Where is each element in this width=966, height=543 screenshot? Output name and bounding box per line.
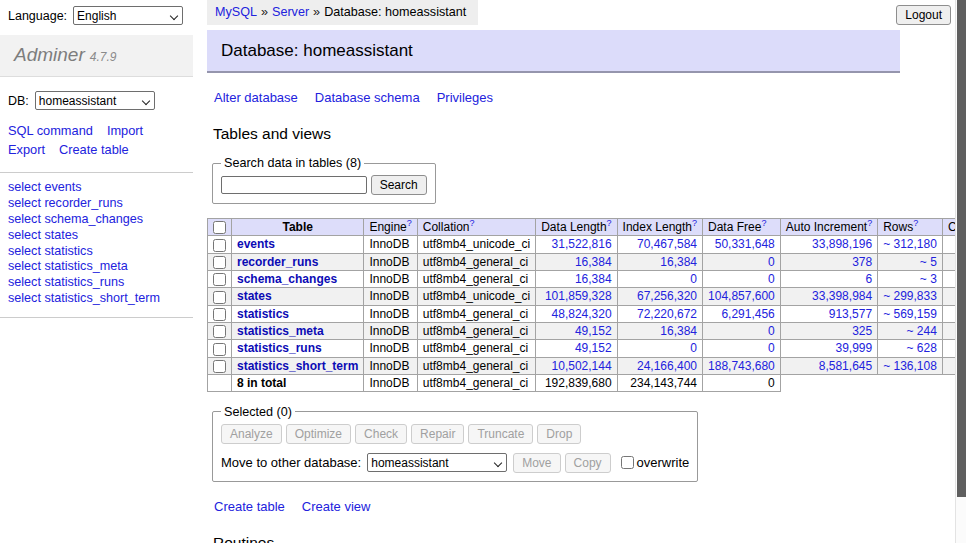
auto-increment-link[interactable]: 33,398,984 <box>812 289 872 303</box>
breadcrumb-link-mysql[interactable]: MySQL <box>215 5 257 19</box>
sidebar-item-select-statistics-short-term[interactable]: select statistics_short_term <box>8 291 185 307</box>
data-length-link[interactable]: 16,384 <box>575 272 612 286</box>
auto-increment-link[interactable]: 325 <box>852 324 872 338</box>
data-length-link[interactable]: 49,152 <box>575 341 612 355</box>
sidebar-item-select-recorder-runs[interactable]: select recorder_runs <box>8 196 185 212</box>
rows-link[interactable]: ~ 5 <box>920 255 937 269</box>
data-length-link[interactable]: 48,824,320 <box>552 307 612 321</box>
row-checkbox[interactable] <box>213 256 226 269</box>
breadcrumb-link-server[interactable]: Server <box>272 5 309 19</box>
index-length-link[interactable]: 0 <box>690 272 697 286</box>
row-checkbox[interactable] <box>213 308 226 321</box>
sidebar-item-select-statistics[interactable]: select statistics <box>8 244 185 260</box>
search-input[interactable] <box>221 176 367 194</box>
data-free-link[interactable]: 6,291,456 <box>721 307 774 321</box>
data-free-link[interactable]: 104,857,600 <box>708 289 775 303</box>
rows-link[interactable]: ~ 3 <box>920 272 937 286</box>
rows-link[interactable]: ~ 312,180 <box>883 237 937 251</box>
select-all-checkbox[interactable] <box>213 221 226 234</box>
data-free-link[interactable]: 0 <box>768 341 775 355</box>
action-privileges[interactable]: Privileges <box>437 90 493 105</box>
help-link[interactable]: ? <box>607 218 612 228</box>
row-checkbox[interactable] <box>213 291 226 304</box>
table-link-recorder-runs[interactable]: recorder_runs <box>237 255 318 269</box>
data-free-link[interactable]: 0 <box>768 324 775 338</box>
sidebar-link-sql-command[interactable]: SQL command <box>8 122 93 141</box>
data-length-link[interactable]: 101,859,328 <box>545 289 612 303</box>
index-length-link[interactable]: 0 <box>690 341 697 355</box>
auto-increment-link[interactable]: 39,999 <box>835 341 872 355</box>
rows-link[interactable]: ~ 244 <box>907 324 937 338</box>
table-link-statistics-runs[interactable]: statistics_runs <box>237 341 322 355</box>
data-free-link[interactable]: 50,331,648 <box>715 237 775 251</box>
data-length-link[interactable]: 16,384 <box>575 255 612 269</box>
auto-increment-link[interactable]: 913,577 <box>829 307 872 321</box>
index-length-link[interactable]: 70,467,584 <box>637 237 697 251</box>
drop-button[interactable]: Drop <box>537 424 581 444</box>
index-length-link[interactable]: 24,166,400 <box>637 359 697 373</box>
help-link[interactable]: ? <box>761 218 766 228</box>
db-select[interactable]: homeassistant <box>35 91 155 110</box>
action-database-schema[interactable]: Database schema <box>315 90 420 105</box>
analyze-button[interactable]: Analyze <box>221 424 282 444</box>
sidebar-item-select-events[interactable]: select events <box>8 180 185 196</box>
index-length-link[interactable]: 67,256,320 <box>637 289 697 303</box>
rows-link[interactable]: ~ 299,833 <box>883 289 937 303</box>
sidebar-link-create-table[interactable]: Create table <box>59 141 129 160</box>
sidebar-item-select-schema-changes[interactable]: select schema_changes <box>8 212 185 228</box>
help-link[interactable]: ? <box>469 218 474 228</box>
help-link[interactable]: ? <box>867 218 872 228</box>
scrollbar[interactable] <box>955 0 966 543</box>
table-link-statistics[interactable]: statistics <box>237 307 289 321</box>
table-link-schema-changes[interactable]: schema_changes <box>237 272 337 286</box>
check-button[interactable]: Check <box>355 424 407 444</box>
scrollbar-thumb[interactable] <box>957 0 966 497</box>
language-select[interactable]: English <box>73 6 183 25</box>
rows-link[interactable]: ~ 136,108 <box>883 359 937 373</box>
table-link-states[interactable]: states <box>237 289 272 303</box>
help-link[interactable]: ? <box>913 218 918 228</box>
sidebar-link-export[interactable]: Export <box>8 141 45 160</box>
auto-increment-link[interactable]: 6 <box>865 272 872 286</box>
optimize-button[interactable]: Optimize <box>286 424 351 444</box>
table-link-statistics-meta[interactable]: statistics_meta <box>237 324 324 338</box>
action-alter-database[interactable]: Alter database <box>214 90 298 105</box>
data-length-link[interactable]: 10,502,144 <box>552 359 612 373</box>
search-button[interactable]: Search <box>371 175 427 195</box>
table-link-statistics-short-term[interactable]: statistics_short_term <box>237 359 358 373</box>
row-checkbox[interactable] <box>213 325 226 338</box>
data-free-link[interactable]: 0 <box>768 272 775 286</box>
index-length-link[interactable]: 16,384 <box>660 324 697 338</box>
link-create-table[interactable]: Create table <box>214 499 285 514</box>
sidebar-item-select-states[interactable]: select states <box>8 228 185 244</box>
sidebar-item-select-statistics-meta[interactable]: select statistics_meta <box>8 259 185 275</box>
sidebar-item-select-statistics-runs[interactable]: select statistics_runs <box>8 275 185 291</box>
auto-increment-link[interactable]: 378 <box>852 255 872 269</box>
overwrite-checkbox[interactable] <box>621 456 634 469</box>
index-length-link[interactable]: 72,220,672 <box>637 307 697 321</box>
data-free-link[interactable]: 0 <box>768 255 775 269</box>
link-create-view[interactable]: Create view <box>302 499 371 514</box>
logout-button[interactable]: Logout <box>896 5 951 25</box>
row-checkbox[interactable] <box>213 273 226 286</box>
data-free-link[interactable]: 188,743,680 <box>708 359 775 373</box>
data-length-link[interactable]: 49,152 <box>575 324 612 338</box>
index-length-link[interactable]: 16,384 <box>660 255 697 269</box>
move-db-select[interactable]: homeassistant <box>367 453 507 472</box>
repair-button[interactable]: Repair <box>411 424 464 444</box>
help-link[interactable]: ? <box>692 218 697 228</box>
row-checkbox[interactable] <box>213 239 226 252</box>
row-checkbox[interactable] <box>213 343 226 356</box>
rows-link[interactable]: ~ 569,159 <box>883 307 937 321</box>
help-link[interactable]: ? <box>407 218 412 228</box>
sidebar-link-import[interactable]: Import <box>107 122 143 141</box>
move-button[interactable]: Move <box>513 453 560 473</box>
auto-increment-link[interactable]: 33,898,196 <box>812 237 872 251</box>
row-checkbox[interactable] <box>213 360 226 373</box>
truncate-button[interactable]: Truncate <box>468 424 533 444</box>
copy-button[interactable]: Copy <box>565 453 611 473</box>
data-length-link[interactable]: 31,522,816 <box>552 237 612 251</box>
table-link-events[interactable]: events <box>237 237 275 251</box>
rows-link[interactable]: ~ 628 <box>907 341 937 355</box>
auto-increment-link[interactable]: 8,581,645 <box>819 359 872 373</box>
